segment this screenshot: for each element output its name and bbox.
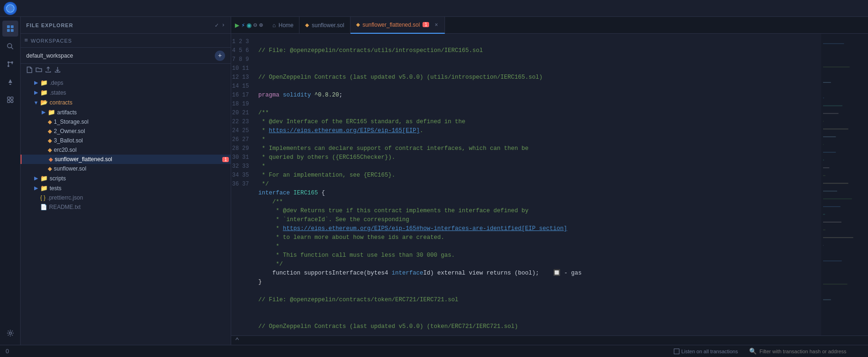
bottom-chevron-bar: ⌃ xyxy=(231,335,868,345)
home-icon: ⌂ xyxy=(272,22,276,29)
folder-open-glyph: 📂 xyxy=(40,99,48,106)
file-tree: ▶ 📁 .deps ▶ 📁 .states ▼ 📂 contracts xyxy=(21,78,231,345)
minimap-canvas xyxy=(821,34,868,335)
status-bar: 0 Listen on all transactions 🔍 xyxy=(0,345,868,357)
menu-icon[interactable]: ≡ xyxy=(24,37,28,44)
code-content[interactable]: // File: @openzeppelin/contracts/utils/i… xyxy=(253,34,821,335)
chevron-up-icon[interactable]: ⌃ xyxy=(235,336,240,345)
svg-rect-5 xyxy=(11,25,14,28)
folder-icon: ▶ xyxy=(32,80,40,86)
app-logo xyxy=(4,2,17,15)
list-item[interactable]: ▼ 📂 contracts xyxy=(21,97,231,107)
workspace-label: WORKSPACES xyxy=(31,38,72,44)
chevron-right-icon[interactable]: › xyxy=(221,22,225,29)
workspace-selector[interactable]: default_workspace + xyxy=(21,48,231,64)
transaction-count: 0 xyxy=(6,348,9,355)
list-item[interactable]: ◆ 2_Owner.sol xyxy=(21,126,231,136)
list-item[interactable]: { } .prettierrc.json xyxy=(21,193,231,202)
folder-glyph: 📁 xyxy=(40,175,48,182)
tab-badge: 1 xyxy=(423,22,429,27)
tab-close-btn[interactable]: × xyxy=(434,21,439,29)
list-item[interactable]: 📄 README.txt xyxy=(21,202,231,212)
tree-item-label: .prettierrc.json xyxy=(47,194,231,201)
file-explorer-panel: FILE EXPLORER ✓ › ≡ WORKSPACES default_w… xyxy=(21,17,231,345)
listen-label: Listen on all transactions xyxy=(681,349,738,354)
debug-icon[interactable]: ⚡ xyxy=(241,22,245,29)
tree-item-label: .deps xyxy=(50,80,231,86)
sidebar-icon-files[interactable] xyxy=(2,21,18,37)
folder-glyph: 📁 xyxy=(40,79,48,86)
tab-home[interactable]: ⌂ Home xyxy=(267,17,299,34)
listen-section: Listen on all transactions xyxy=(674,349,738,354)
folder-glyph: 📁 xyxy=(40,185,48,192)
tree-item-label: sunflower_flattened.sol xyxy=(55,156,222,163)
new-file-btn[interactable] xyxy=(26,67,33,75)
listen-checkbox[interactable] xyxy=(674,349,679,354)
tab-bar-run-actions: ▶ ⚡ ◉ ⊖ ⊕ xyxy=(231,21,267,30)
run-icon[interactable]: ▶ xyxy=(235,21,240,30)
list-item[interactable]: ▶ 📁 .states xyxy=(21,88,231,97)
svg-rect-7 xyxy=(11,29,14,32)
folder-glyph: 📁 xyxy=(40,89,48,96)
upload-btn[interactable] xyxy=(45,67,51,75)
sol-icon: ◆ xyxy=(48,147,52,153)
folder-icon: ▶ xyxy=(32,89,40,96)
sol-tab-icon: ◆ xyxy=(305,22,309,28)
tab-sunflower-flattened[interactable]: ◆ sunflower_flattened.sol 1 × xyxy=(350,17,445,34)
tree-item-label: sunflower.sol xyxy=(54,165,231,172)
sidebar-icon-git[interactable] xyxy=(2,56,18,72)
svg-point-12 xyxy=(7,65,9,67)
list-item[interactable]: ◆ erc20.sol xyxy=(21,145,231,155)
list-item[interactable]: ◆ sunflower_flattened.sol 1 xyxy=(21,155,231,164)
plus-icon: + xyxy=(218,52,222,60)
main-layout: FILE EXPLORER ✓ › ≡ WORKSPACES default_w… xyxy=(0,17,868,345)
workspace-selector-btn[interactable]: + xyxy=(215,51,225,61)
icon-sidebar xyxy=(0,17,21,345)
tab-sunflower-sol[interactable]: ◆ sunflower.sol xyxy=(299,17,350,34)
download-btn[interactable] xyxy=(54,67,61,75)
list-item[interactable]: ▶ 📁 tests xyxy=(21,183,231,193)
tree-item-label: 2_Owner.sol xyxy=(54,128,231,134)
code-editor: 1 2 3 4 5 6 7 8 9 10 11 12 13 14 15 16 1… xyxy=(231,34,868,335)
folder-glyph: 📁 xyxy=(48,109,55,116)
svg-rect-6 xyxy=(7,29,10,32)
zoom-in-icon[interactable]: ⊕ xyxy=(259,21,263,29)
tree-item-label: scripts xyxy=(50,175,231,182)
tree-item-label: 3_Ballot.sol xyxy=(54,137,231,144)
toggle-icon[interactable]: ◉ xyxy=(247,21,251,30)
list-item[interactable]: ▶ 📁 .deps xyxy=(21,78,231,88)
new-folder-btn[interactable] xyxy=(36,67,42,75)
top-bar xyxy=(0,0,868,17)
list-item[interactable]: ▶ 📁 artifacts xyxy=(21,107,231,117)
list-item[interactable]: ◆ sunflower.sol xyxy=(21,164,231,173)
check-icon[interactable]: ✓ xyxy=(215,22,219,29)
sidebar-icon-plugin[interactable] xyxy=(2,92,18,108)
modified-badge: 1 xyxy=(222,157,229,162)
sidebar-icon-settings[interactable] xyxy=(2,325,18,341)
list-item[interactable]: ▶ 📁 scripts xyxy=(21,173,231,183)
svg-rect-14 xyxy=(7,97,10,99)
filter-section: 🔍 xyxy=(749,348,862,355)
zoom-out-icon[interactable]: ⊖ xyxy=(253,21,257,29)
json-icon: { } xyxy=(40,194,45,201)
tab-sunflower-flattened-label: sunflower_flattened.sol xyxy=(363,22,420,28)
workspace-name: default_workspace xyxy=(26,52,211,59)
txt-icon: 📄 xyxy=(40,204,47,210)
sidebar-icon-deploy[interactable] xyxy=(2,74,18,90)
sol-icon: ◆ xyxy=(48,128,52,134)
editor-area: ▶ ⚡ ◉ ⊖ ⊕ ⌂ Home ◆ sunflower.sol ◆ sunfl… xyxy=(231,17,868,345)
sol-icon: ◆ xyxy=(49,156,53,163)
filter-input[interactable] xyxy=(759,349,862,354)
minimap xyxy=(821,34,868,335)
file-tree-toolbar xyxy=(21,64,231,78)
sol-tab-icon-active: ◆ xyxy=(356,22,360,28)
folder-icon: ▶ xyxy=(32,175,40,181)
svg-point-22 xyxy=(9,332,11,335)
folder-icon: ▶ xyxy=(32,185,40,191)
sidebar-icon-search[interactable] xyxy=(2,38,18,54)
filter-search-icon: 🔍 xyxy=(749,348,757,355)
list-item[interactable]: ◆ 1_Storage.sol xyxy=(21,117,231,126)
svg-rect-4 xyxy=(7,25,10,28)
svg-rect-16 xyxy=(7,100,10,103)
list-item[interactable]: ◆ 3_Ballot.sol xyxy=(21,136,231,145)
